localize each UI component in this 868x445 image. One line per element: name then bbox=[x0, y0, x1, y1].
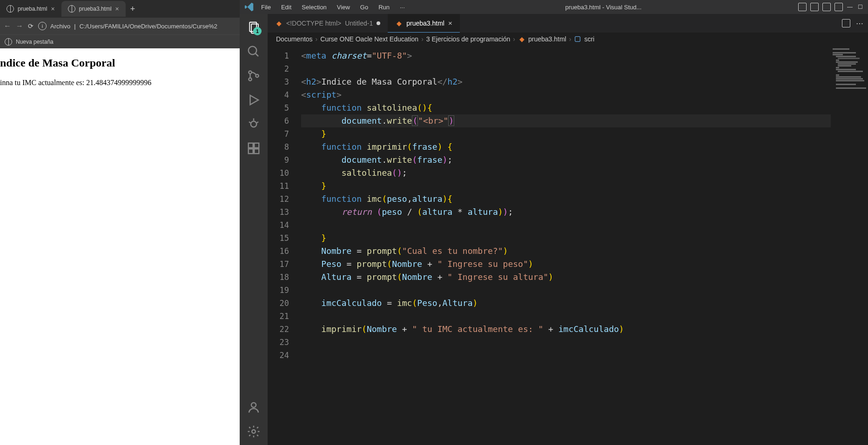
activity-bar: 1 bbox=[240, 14, 268, 445]
new-tab-button[interactable]: + bbox=[126, 4, 140, 14]
line-gutter: 1 2 3 4 5 6 7 8 9 10 11 12 13 14 15 16 1 bbox=[268, 46, 301, 445]
svg-point-4 bbox=[249, 71, 251, 73]
svg-marker-7 bbox=[250, 95, 259, 105]
page-text: inna tu IMC actualmente es: 21.484374999… bbox=[0, 79, 240, 87]
explorer-icon[interactable]: 1 bbox=[247, 20, 261, 34]
breadcrumb: Documentos › Curse ONE Oacle Next Educat… bbox=[268, 33, 868, 46]
svg-rect-13 bbox=[254, 143, 259, 148]
menu-selection[interactable]: Selection bbox=[298, 2, 330, 13]
crumb[interactable]: 3 Ejercicios de programación bbox=[426, 35, 511, 43]
chevron-right-icon: › bbox=[513, 35, 515, 43]
source-control-icon[interactable] bbox=[247, 69, 261, 83]
layout-icon[interactable] bbox=[822, 3, 831, 11]
svg-line-10 bbox=[249, 122, 251, 123]
line-number: 14 bbox=[268, 219, 301, 232]
tab-label: prueba3.html bbox=[406, 20, 444, 27]
debug-icon[interactable] bbox=[247, 117, 261, 131]
line-number: 3 bbox=[268, 75, 301, 88]
browser-content: ndice de Masa Corporal inna tu IMC actua… bbox=[0, 48, 240, 445]
badge: 1 bbox=[253, 27, 262, 35]
html-file-icon: ◆ bbox=[518, 35, 525, 43]
editor-tab[interactable]: ◆ <!DOCTYPE html> Untitled-1 bbox=[268, 14, 388, 33]
close-icon[interactable]: × bbox=[51, 5, 54, 13]
line-number: 9 bbox=[268, 153, 301, 166]
line-number: 6 bbox=[268, 114, 301, 127]
title-controls: — ☐ bbox=[798, 3, 863, 11]
account-icon[interactable] bbox=[247, 400, 261, 414]
extensions-icon[interactable] bbox=[247, 141, 261, 155]
svg-point-6 bbox=[256, 74, 258, 77]
line-number: 1 bbox=[268, 49, 301, 62]
svg-rect-12 bbox=[249, 143, 253, 148]
line-number: 23 bbox=[268, 336, 301, 349]
line-number: 10 bbox=[268, 166, 301, 179]
svg-rect-18 bbox=[575, 37, 580, 42]
menu-go[interactable]: Go bbox=[357, 2, 372, 13]
line-number: 5 bbox=[268, 101, 301, 114]
chevron-right-icon: › bbox=[421, 35, 424, 43]
menu-run[interactable]: Run bbox=[375, 2, 393, 13]
info-icon: i bbox=[38, 22, 47, 30]
line-number: 2 bbox=[268, 62, 301, 75]
run-debug-icon[interactable] bbox=[247, 93, 261, 107]
html-file-icon: ◆ bbox=[395, 20, 403, 27]
workspace: 1 ◆ <!DOCTYPE html> Untitled-1 bbox=[240, 14, 868, 445]
menu-view[interactable]: View bbox=[333, 2, 354, 13]
svg-line-3 bbox=[256, 53, 258, 56]
browser-tab[interactable]: prueba3.html × bbox=[61, 1, 126, 17]
crumb[interactable]: prueba3.html bbox=[528, 35, 566, 43]
menu-file[interactable]: File bbox=[257, 2, 275, 13]
search-icon[interactable] bbox=[247, 45, 261, 59]
close-icon[interactable]: × bbox=[115, 5, 119, 13]
close-icon[interactable]: × bbox=[448, 19, 452, 27]
line-number: 20 bbox=[268, 297, 301, 310]
url-field[interactable]: i Archivo | C:/Users/FAMILIA/OneDrive/Do… bbox=[38, 22, 236, 30]
tab-title: prueba.html bbox=[18, 6, 47, 12]
title-bar: File Edit Selection View Go Run ··· prue… bbox=[240, 0, 868, 14]
dirty-dot-icon bbox=[377, 21, 380, 25]
reload-button[interactable]: ⟳ bbox=[28, 22, 34, 30]
globe-icon bbox=[7, 5, 14, 13]
code-editor[interactable]: 1 2 3 4 5 6 7 8 9 10 11 12 13 14 15 16 1 bbox=[268, 46, 868, 445]
browser-window: prueba.html × prueba3.html × + ← → ⟳ i A… bbox=[0, 0, 240, 445]
editor-tab-bar: ◆ <!DOCTYPE html> Untitled-1 ◆ prueba3.h… bbox=[268, 14, 868, 33]
minimize-button[interactable]: — bbox=[847, 4, 853, 10]
tab-context: <!DOCTYPE html> bbox=[286, 20, 341, 27]
line-number: 24 bbox=[268, 349, 301, 362]
editor-area: ◆ <!DOCTYPE html> Untitled-1 ◆ prueba3.h… bbox=[268, 14, 868, 445]
forward-button[interactable]: → bbox=[16, 22, 23, 30]
url-text: C:/Users/FAMILIA/OneDrive/Documentos/Cur… bbox=[80, 23, 217, 30]
browser-tab[interactable]: prueba.html × bbox=[0, 1, 61, 17]
split-editor-icon[interactable] bbox=[842, 19, 850, 27]
more-icon[interactable]: ⋯ bbox=[856, 19, 863, 28]
layout-icon[interactable] bbox=[798, 3, 807, 11]
back-button[interactable]: ← bbox=[4, 22, 11, 30]
bookmark-item[interactable]: Nueva pestaña bbox=[16, 39, 54, 45]
line-number: 12 bbox=[268, 193, 301, 206]
line-number: 21 bbox=[268, 310, 301, 323]
svg-rect-15 bbox=[254, 149, 259, 153]
line-number: 18 bbox=[268, 271, 301, 284]
layout-icon[interactable] bbox=[834, 3, 843, 11]
line-number: 7 bbox=[268, 127, 301, 140]
editor-tab[interactable]: ◆ prueba3.html × bbox=[388, 14, 459, 33]
menu-edit[interactable]: Edit bbox=[277, 2, 295, 13]
bookmark-bar: Nueva pestaña bbox=[0, 34, 240, 48]
crumb[interactable]: scri bbox=[584, 35, 594, 43]
minimap[interactable] bbox=[831, 46, 868, 445]
layout-icon[interactable] bbox=[810, 3, 819, 11]
code-content[interactable]: <meta charset="UTF-8"> <h2>Indice de Mas… bbox=[301, 46, 831, 445]
svg-rect-14 bbox=[249, 149, 253, 153]
crumb[interactable]: Documentos bbox=[276, 35, 313, 43]
maximize-button[interactable]: ☐ bbox=[857, 4, 863, 10]
globe-icon bbox=[68, 5, 75, 13]
crumb[interactable]: Curse ONE Oacle Next Education bbox=[320, 35, 418, 43]
line-number: 8 bbox=[268, 140, 301, 153]
settings-icon[interactable] bbox=[247, 425, 261, 438]
tab-title: prueba3.html bbox=[79, 6, 112, 12]
html-file-icon: ◆ bbox=[275, 20, 283, 27]
page-heading: ndice de Masa Corporal bbox=[0, 57, 240, 69]
window-title: prueba3.html - Visual Stud... bbox=[411, 4, 795, 11]
symbol-icon bbox=[574, 35, 581, 43]
menu-more[interactable]: ··· bbox=[396, 2, 409, 13]
